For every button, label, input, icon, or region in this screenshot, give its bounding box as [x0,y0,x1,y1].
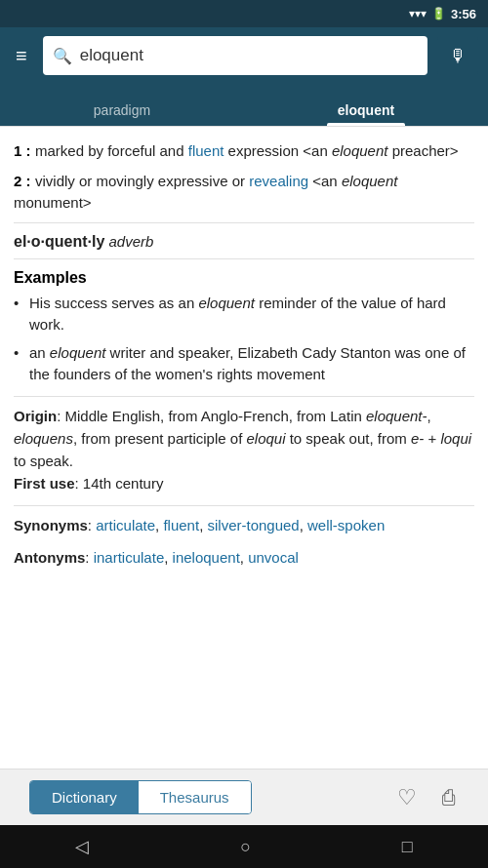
divider-3 [14,396,474,397]
bottom-tab-bar: Dictionary Thesaurus ♡ ⎙ [0,769,488,825]
def-number-1: 1 : [14,142,31,159]
divider-1 [14,222,474,223]
recent-button[interactable]: □ [383,831,432,863]
origin-block: Origin: Middle English, from Anglo-Frenc… [14,405,474,495]
signal-icon: ▾▾▾ [409,7,427,20]
definition-2: 2 : vividly or movingly expressive or re… [14,171,474,215]
origin-label: Origin [14,408,57,424]
link-well-spoken[interactable]: well-spoken [307,517,385,533]
search-bar: 🔍 [43,36,427,75]
status-bar: ▾▾▾ 🔋 3:56 [0,0,488,27]
italic-eloqui: eloqui [246,430,285,447]
tab-eloquent[interactable]: eloquent [244,93,488,126]
antonyms-block: Antonyms: inarticulate, ineloquent, unvo… [14,546,474,569]
italic-eloquent-1: eloquent [332,142,388,159]
antonyms-label: Antonyms [14,549,85,566]
def-number-2: 2 : [14,173,31,189]
link-silver-tongued[interactable]: silver-tongued [207,517,299,533]
italic-eloquent-ex2: eloquent [50,344,106,361]
word-form-pos: adverb [109,233,154,250]
italic-eloquent-: eloquent- [366,408,427,424]
share-button[interactable]: ⎙ [438,781,459,814]
italic-eloquent-ex1: eloquent [198,295,255,311]
tab-bar: paradigm eloquent [0,84,488,127]
battery-icon: 🔋 [431,7,446,20]
content-area: 1 : marked by forceful and fluent expres… [0,127,488,769]
status-time: 3:56 [451,7,476,21]
link-articulate[interactable]: articulate [96,517,155,533]
synonyms-block: Synonyms: articulate, fluent, silver-ton… [14,514,474,536]
menu-button[interactable]: ≡ [10,40,33,71]
italic-eloquens: eloquens [14,430,73,447]
mic-icon: 🎙 [449,46,467,66]
link-revealing[interactable]: revealing [249,173,308,189]
word-form: el·o·quent·ly adverb [14,233,474,251]
home-button[interactable]: ○ [221,831,270,863]
search-icon: 🔍 [53,47,72,65]
link-fluent[interactable]: fluent [188,142,224,159]
italic-eloquent-2: eloquent [342,173,398,189]
italic-e: e- [411,430,424,447]
android-nav-bar: ◁ ○ □ [0,825,488,868]
example-2: an eloquent writer and speaker, Elizabet… [14,342,474,386]
favorite-button[interactable]: ♡ [393,781,421,814]
tab-paradigm[interactable]: paradigm [0,93,244,126]
link-inarticulate[interactable]: inarticulate [94,549,165,566]
link-fluent-syn[interactable]: fluent [163,517,199,533]
link-unvocal[interactable]: unvocal [248,549,299,566]
bottom-actions: ♡ ⎙ [393,781,459,814]
definition-1: 1 : marked by forceful and fluent expres… [14,140,474,163]
status-icons: ▾▾▾ 🔋 3:56 [409,7,476,21]
italic-loqui: loqui [440,430,471,447]
link-ineloquent[interactable]: ineloquent [173,549,240,566]
search-input[interactable] [80,46,418,65]
examples-list: His success serves as an eloquent remind… [14,293,474,386]
examples-title: Examples [14,269,474,287]
synonyms-label: Synonyms [14,517,88,533]
divider-2 [14,258,474,259]
bottom-tab-thesaurus[interactable]: Thesaurus [139,781,251,813]
first-use-label: First use [14,475,75,492]
bottom-tabs-group: Dictionary Thesaurus [29,780,252,814]
divider-4 [14,505,474,506]
mic-button[interactable]: 🎙 [437,36,478,75]
def-text-1: marked by forceful and fluent expression… [35,142,459,159]
word-form-main: el·o·quent·ly [14,233,104,250]
bottom-tab-dictionary[interactable]: Dictionary [30,781,139,813]
back-button[interactable]: ◁ [56,830,108,863]
def-text-2: vividly or movingly expressive or reveal… [14,173,397,212]
example-1: His success serves as an eloquent remind… [14,293,474,336]
header: ≡ 🔍 🎙 [0,27,488,84]
